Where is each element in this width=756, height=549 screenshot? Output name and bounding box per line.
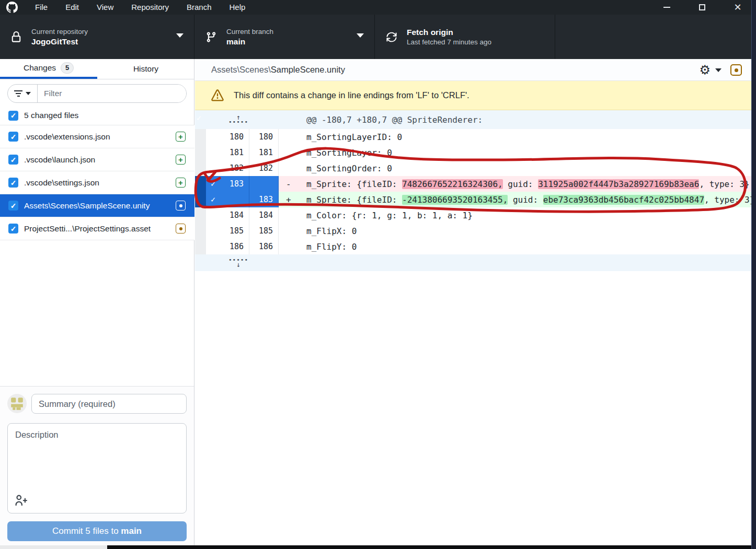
line-endings-warning-banner: This diff contains a change in line endi…: [195, 81, 751, 110]
modified-status-icon: [176, 224, 186, 233]
file-row[interactable]: ✓.vscode\settings.json+: [0, 171, 194, 194]
hunk-select-gutter[interactable]: [195, 192, 206, 207]
menu-item-help[interactable]: Help: [221, 0, 255, 15]
menu-item-file[interactable]: File: [26, 0, 56, 15]
gear-icon[interactable]: ⚙: [699, 64, 711, 76]
filter-input[interactable]: [38, 85, 186, 102]
sync-icon: [386, 31, 397, 43]
file-checkbox[interactable]: ✓: [8, 155, 18, 165]
title-bar: FileEditViewRepositoryBranchHelp ✕: [0, 0, 752, 15]
file-row[interactable]: ✓ProjectSetti...\ProjectSettings.asset: [0, 217, 194, 240]
modified-status-icon: [176, 201, 186, 211]
hunk-select-gutter: [195, 223, 206, 239]
new-line-number: 180: [249, 129, 279, 145]
chevron-down-icon[interactable]: [715, 68, 721, 72]
old-line-number: 181: [206, 145, 249, 160]
new-line-number: 186: [249, 239, 279, 254]
git-branch-icon: [205, 31, 217, 43]
close-button[interactable]: ✕: [732, 2, 743, 13]
changes-sidebar: Changes 5 History ✓ 5 changed files ✓.vs…: [0, 59, 194, 545]
old-line-number: 185: [206, 223, 249, 239]
diff-code-text: m_FlipX: 0: [279, 223, 751, 239]
file-checkbox[interactable]: ✓: [8, 224, 18, 233]
menu-item-branch[interactable]: Branch: [178, 0, 221, 15]
menu-bar: FileEditViewRepositoryBranchHelp: [26, 0, 254, 15]
line-included-check: ✓: [211, 179, 215, 189]
file-checkbox[interactable]: ✓: [8, 201, 18, 211]
diff-file-header: Assets\Scenes\SampleScene.unity ⚙: [195, 59, 751, 81]
hunk-select-gutter[interactable]: ✓: [195, 176, 206, 192]
diff-file-dirs: Assets\Scenes\: [211, 65, 271, 74]
diff-file-path: Assets\Scenes\SampleScene.unity: [211, 65, 345, 75]
file-checkbox[interactable]: ✓: [8, 132, 18, 142]
current-branch-dropdown[interactable]: Current branch main: [195, 15, 375, 59]
new-line-number: 182: [249, 160, 279, 176]
diff-code-text: m_SortingLayer: 0: [279, 145, 751, 160]
maximize-button[interactable]: [696, 2, 708, 13]
hunk-header: ↑••••• @@ -180,7 +180,7 @@ SpriteRendere…: [195, 110, 751, 129]
diff-line: 184184m_Color: {r: 1, g: 1, b: 1, a: 1}: [195, 207, 751, 223]
warning-text: This diff contains a change in line endi…: [234, 90, 469, 100]
new-line-number: 185: [249, 223, 279, 239]
select-all-checkbox[interactable]: ✓: [8, 111, 18, 121]
select-all-row: ✓ 5 changed files: [0, 106, 194, 125]
old-line-number: 184: [206, 207, 249, 223]
current-repository-value: JogoGitTest: [31, 37, 88, 47]
file-name: .vscode\settings.json: [24, 178, 171, 188]
commit-button[interactable]: Commit 5 files to main: [7, 521, 187, 541]
new-line-number[interactable]: 183: [249, 192, 279, 207]
minimize-button[interactable]: [661, 2, 672, 13]
file-checkbox[interactable]: ✓: [8, 178, 18, 188]
commit-description-input[interactable]: [7, 423, 187, 513]
chevron-down-icon: [357, 33, 364, 38]
filter-bar: [7, 84, 187, 103]
expand-up-icon[interactable]: ↑•••••: [228, 115, 248, 124]
diff-code-segment: m_Color: {r: 1, g: 1, b: 1, a: 1}: [306, 211, 473, 220]
hunk-select-gutter: [195, 145, 206, 160]
menu-item-repository[interactable]: Repository: [122, 0, 178, 15]
diff-code-segment: m_FlipX: 0: [306, 226, 357, 236]
current-repository-label: Current repository: [31, 27, 88, 37]
window-bottom-edge: [0, 545, 107, 549]
hunk-select-gutter: [195, 239, 206, 254]
commit-button-text: Commit 5 files to: [52, 526, 121, 536]
old-line-number: 186: [206, 239, 249, 254]
tab-changes[interactable]: Changes 5: [0, 59, 97, 79]
new-line-number: 184: [249, 207, 279, 223]
diff-line: ✓183+m_Sprite: {fileID: -241380669352016…: [195, 192, 751, 207]
current-branch-value: main: [226, 37, 273, 47]
diff-code-segment: , type: 3}: [704, 195, 754, 205]
add-coauthor-icon[interactable]: [15, 494, 27, 507]
old-line-number[interactable]: ✓: [206, 192, 249, 207]
file-row[interactable]: ✓.vscode\extensions.json+: [0, 125, 194, 148]
commit-button-branch: main: [121, 526, 142, 536]
current-repository-dropdown[interactable]: Current repository JogoGitTest: [0, 15, 194, 59]
diff-file-name: SampleScene.unity: [271, 65, 345, 74]
menu-item-view[interactable]: View: [88, 0, 122, 15]
diff-code-segment: m_SortingLayerID: 0: [306, 132, 402, 142]
file-row[interactable]: ✓.vscode\launch.json+: [0, 148, 194, 171]
file-name: .vscode\launch.json: [24, 155, 171, 165]
file-row[interactable]: ✓Assets\Scenes\SampleScene.unity: [0, 194, 194, 217]
diff-code-text: m_Color: {r: 1, g: 1, b: 1, a: 1}: [279, 207, 751, 223]
hunk-header-text: @@ -180,7 +180,7 @@ SpriteRenderer:: [306, 115, 483, 125]
diff-code-text: m_SortingOrder: 0: [279, 160, 751, 176]
modified-status-icon: [730, 64, 742, 76]
filter-options-button[interactable]: [8, 85, 38, 102]
commit-form: Commit 5 files to main: [0, 386, 194, 545]
diff-line: 180180m_SortingLayerID: 0: [195, 129, 751, 145]
diff-code-text: m_FlipY: 0: [279, 239, 751, 254]
old-line-number[interactable]: 183✓: [206, 176, 249, 192]
expand-down-icon[interactable]: •••••↓: [228, 258, 248, 267]
tab-history[interactable]: History: [97, 59, 194, 79]
line-included-check: ✓: [211, 195, 215, 204]
diff-code-segment: guid:: [508, 195, 543, 205]
diff-line-marker: +: [279, 195, 306, 205]
chevron-down-icon: [26, 92, 31, 95]
commit-summary-input[interactable]: [31, 394, 187, 414]
changed-files-list: ✓.vscode\extensions.json+✓.vscode\launch…: [0, 125, 194, 240]
new-line-number[interactable]: [249, 176, 279, 192]
fetch-origin-button[interactable]: Fetch origin Last fetched 7 minutes ago: [375, 15, 555, 59]
diff-code-segment: m_Sprite: {fileID:: [306, 179, 402, 189]
menu-item-edit[interactable]: Edit: [56, 0, 88, 15]
